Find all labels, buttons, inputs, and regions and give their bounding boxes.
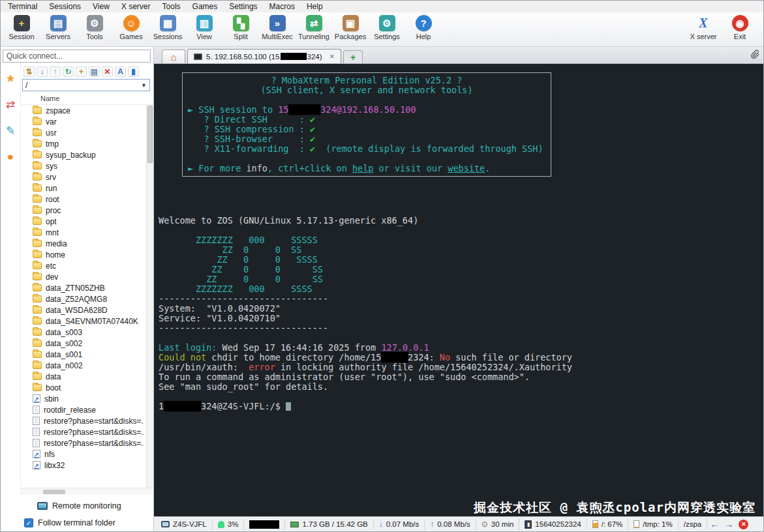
tree-item-data-s001[interactable]: data_s001	[21, 349, 146, 360]
tree-item-run[interactable]: run	[21, 183, 146, 194]
session-tab[interactable]: 5. 192.168.50.100 (15324) ✕	[187, 49, 341, 63]
tree-wrap: zspacevarusrtmpsysup_backupsyssrvrunroot…	[21, 105, 153, 488]
upload-icon[interactable]: ↑	[50, 66, 61, 77]
remote-monitoring-button[interactable]: Remote monitoring	[37, 501, 153, 510]
status-scroll-right[interactable]: →	[722, 519, 736, 530]
menu-view[interactable]: View	[87, 1, 115, 12]
menu-games[interactable]: Games	[187, 1, 224, 12]
tree-item-proc[interactable]: proc	[21, 205, 146, 216]
terminal-line: --------------------------------	[159, 323, 763, 333]
toolbar-multiexec-button[interactable]: »MultiExec	[259, 14, 296, 40]
tree-item-data-s003[interactable]: data_s003	[21, 327, 146, 338]
tree-hscrollbar-thumb[interactable]	[43, 490, 65, 494]
menu-settings[interactable]: Settings	[223, 1, 263, 12]
tree-item-data-ztn05zhb[interactable]: data_ZTN05ZHB	[21, 282, 146, 293]
tree-item-data-s4evnm0ta07440k[interactable]: data_S4EVNM0TA07440K	[21, 316, 146, 327]
toolbar-session-button[interactable]: +Session	[3, 14, 40, 40]
delete-icon[interactable]: ✕	[102, 66, 113, 77]
menu-sessions[interactable]: Sessions	[43, 1, 87, 12]
new-folder-icon[interactable]: +	[76, 66, 87, 77]
tree-item-restore-phase-start-disks[interactable]: restore?phase=start&disks=.	[21, 437, 146, 449]
tree-item-restore-phase-start-disks[interactable]: restore?phase=start&disks=.	[21, 415, 146, 426]
menu-x-server[interactable]: X server	[115, 1, 157, 12]
toolbar-packages-button[interactable]: ▣Packages	[332, 14, 369, 40]
tree-item-srv[interactable]: srv	[21, 171, 146, 183]
tree-item-label: usr	[46, 128, 57, 138]
toolbar-view-button[interactable]: ▥View	[186, 14, 222, 40]
download-icon[interactable]: ↓	[37, 66, 48, 77]
tree-item-usr[interactable]: usr	[21, 127, 146, 138]
toolbar-sessions-button[interactable]: ▦Sessions	[149, 14, 186, 40]
tree-header[interactable]: Name	[21, 93, 153, 105]
toolbar-help-button[interactable]: ?Help	[405, 14, 442, 40]
tree-item-label: rootdir_release	[44, 406, 96, 415]
toolbar-tools-button[interactable]: ⚙Tools	[76, 14, 113, 40]
menu-help[interactable]: Help	[301, 1, 329, 12]
terminal-line	[159, 226, 763, 235]
tab-close-icon[interactable]: ✕	[329, 53, 335, 60]
tree-item-boot[interactable]: boot	[21, 382, 146, 393]
tree-hscrollbar[interactable]	[21, 488, 153, 495]
tree-item-dev[interactable]: dev	[21, 271, 146, 282]
status-text: /zspa	[684, 520, 702, 528]
toolbar-x-server-button[interactable]: XX server	[685, 14, 722, 40]
follow-checkbox[interactable]: ✓	[24, 518, 33, 527]
new-tab-button[interactable]: +	[343, 50, 363, 63]
tree-item-data[interactable]: data	[21, 371, 146, 382]
sync-browser-icon[interactable]: ⇅	[23, 66, 35, 77]
tree-item-restore-phase-start-disks[interactable]: restore?phase=start&disks=.	[21, 426, 146, 437]
quick-connect-input[interactable]	[3, 50, 151, 63]
user-id-icon: ▮	[525, 520, 532, 529]
paperclip-icon[interactable]	[751, 50, 760, 61]
sftp-icon[interactable]: ●	[7, 151, 14, 162]
tree-item-etc[interactable]: etc	[21, 260, 146, 271]
tree-item-opt[interactable]: opt	[21, 216, 146, 227]
tree-item-root[interactable]: root	[21, 194, 146, 205]
tree-item-libx32[interactable]: ↗libx32	[21, 460, 146, 471]
home-tab[interactable]: ⌂	[162, 50, 185, 63]
toolbar-settings-button[interactable]: ⚙Settings	[369, 14, 405, 40]
tree-item-data-n002[interactable]: data_n002	[21, 360, 146, 371]
tree-item-zspace[interactable]: zspace	[21, 105, 146, 116]
tree-item-label: sys	[46, 162, 57, 171]
path-select[interactable]: / ▼	[22, 79, 150, 91]
tree-item-home[interactable]: home	[21, 249, 146, 260]
rename-icon[interactable]: A	[115, 66, 126, 77]
toolbar-exit-button[interactable]: ◉Exit	[722, 14, 758, 40]
tree-item-var[interactable]: var	[21, 116, 146, 127]
new-file-icon[interactable]: ▤	[89, 66, 100, 77]
tree-item-sbin[interactable]: ↗sbin	[21, 393, 146, 404]
refresh-icon[interactable]: ↻	[63, 66, 74, 77]
tree-item-mnt[interactable]: mnt	[21, 227, 146, 238]
status-close-terminal[interactable]: ✕	[736, 519, 751, 530]
status-scroll-left[interactable]: ←	[707, 519, 722, 530]
tools-icon[interactable]: ⇄	[6, 99, 15, 110]
macros-icon[interactable]: ✎	[6, 125, 15, 136]
menu-tools[interactable]: Tools	[157, 1, 187, 12]
toolbar-games-button[interactable]: ☺Games	[113, 14, 149, 40]
tree-item-tmp[interactable]: tmp	[21, 138, 146, 149]
menu-macros[interactable]: Macros	[264, 1, 301, 12]
toolbar-tunneling-button[interactable]: ⇄Tunneling	[296, 14, 332, 40]
tree-item-data-wsda628d[interactable]: data_WSDA628D	[21, 304, 146, 316]
pin-icon[interactable]: ▮	[128, 66, 139, 77]
tree-scrollbar-thumb[interactable]	[147, 106, 153, 163]
menu-bar: TerminalSessionsViewX serverToolsGamesSe…	[1, 1, 763, 12]
tree-item-data-s002[interactable]: data_s002	[21, 338, 146, 349]
tree-item-data-z52aqmg8[interactable]: data_Z52AQMG8	[21, 293, 146, 304]
tree-item-sys[interactable]: sys	[21, 160, 146, 171]
tree-scrollbar[interactable]	[146, 105, 153, 488]
terminal[interactable]: ? MobaXterm Personal Edition v25.2 ?(SSH…	[154, 64, 763, 516]
tree-item-label: sysup_backup	[46, 151, 96, 160]
sessions-star-icon[interactable]: ★	[5, 73, 15, 84]
toolbar-split-button[interactable]: ▚Split	[222, 14, 259, 40]
tree-item-sysup-backup[interactable]: sysup_backup	[21, 149, 146, 160]
symlink-icon: ↗	[33, 450, 40, 458]
follow-terminal-folder[interactable]: ✓ Follow terminal folder	[24, 518, 153, 527]
tree-item-media[interactable]: media	[21, 238, 146, 249]
toolbar-servers-button[interactable]: ▤Servers	[40, 14, 76, 40]
tree-item-nfs[interactable]: ↗nfs	[21, 449, 146, 460]
terminal-line: --------------------------------	[159, 294, 763, 304]
tree-item-rootdir-release[interactable]: rootdir_release	[21, 404, 146, 415]
menu-terminal[interactable]: Terminal	[2, 1, 43, 12]
